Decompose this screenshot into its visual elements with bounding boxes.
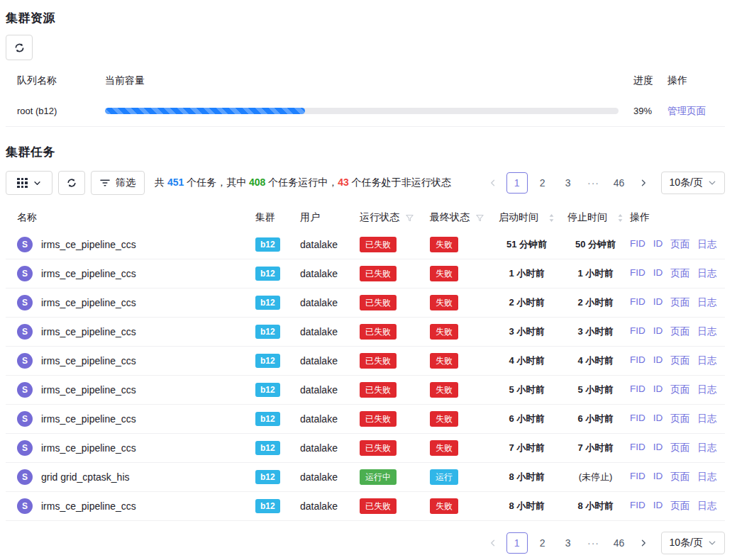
- table-row[interactable]: S irms_ce_pipeline_ccs b12 datalake 已失败 …: [6, 347, 725, 376]
- layout-dropdown-button[interactable]: [6, 171, 52, 195]
- page-button-46[interactable]: 46: [609, 172, 630, 194]
- filter-funnel-icon[interactable]: [475, 213, 484, 223]
- action-link-log[interactable]: 日志: [697, 413, 716, 425]
- final-status-badge: 失败: [430, 353, 458, 368]
- table-row[interactable]: S irms_ce_pipeline_ccs b12 datalake 已失败 …: [6, 492, 725, 521]
- page-button-2[interactable]: 2: [532, 172, 553, 194]
- action-link-log[interactable]: 日志: [697, 325, 716, 338]
- filter-button[interactable]: 筛选: [91, 171, 145, 195]
- page-size-select[interactable]: 10条/页: [661, 172, 725, 194]
- action-link-id[interactable]: ID: [653, 267, 663, 280]
- action-link-id[interactable]: ID: [653, 325, 663, 338]
- page-size-select[interactable]: 10条/页: [661, 532, 725, 554]
- summary-text: 个任务运行中，: [265, 177, 338, 188]
- page-ellipsis[interactable]: ···: [583, 532, 604, 554]
- action-link-page[interactable]: 页面: [670, 238, 689, 251]
- table-row[interactable]: S irms_ce_pipeline_ccs b12 datalake 已失败 …: [6, 289, 725, 318]
- page-button-1[interactable]: 1: [506, 532, 528, 554]
- action-link-id[interactable]: ID: [653, 238, 663, 251]
- next-page-button[interactable]: [634, 532, 653, 554]
- start-time: 8 小时前: [492, 500, 561, 513]
- final-status-badge: 失败: [430, 324, 458, 339]
- table-row[interactable]: S irms_ce_pipeline_ccs b12 datalake 已失败 …: [6, 434, 725, 463]
- action-link-page[interactable]: 页面: [670, 267, 689, 280]
- action-link-id[interactable]: ID: [653, 383, 663, 396]
- cluster-tag: b12: [255, 470, 280, 483]
- action-link-page[interactable]: 页面: [670, 442, 689, 454]
- table-row[interactable]: S irms_ce_pipeline_ccs b12 datalake 已失败 …: [6, 376, 725, 405]
- manage-page-link[interactable]: 管理页面: [667, 106, 706, 116]
- action-link-log[interactable]: 日志: [697, 442, 716, 454]
- action-link-log[interactable]: 日志: [697, 383, 716, 396]
- action-link-log[interactable]: 日志: [697, 296, 716, 309]
- page-button-3[interactable]: 3: [558, 172, 579, 194]
- task-name: irms_ce_pipeline_ccs: [41, 500, 136, 512]
- action-link-log[interactable]: 日志: [697, 267, 716, 280]
- action-link-page[interactable]: 页面: [670, 325, 689, 338]
- sort-carets-icon[interactable]: [548, 213, 555, 223]
- action-link-fid[interactable]: FID: [630, 383, 645, 396]
- resources-refresh-button[interactable]: [6, 35, 33, 60]
- table-row[interactable]: S irms_ce_pipeline_ccs b12 datalake 已失败 …: [6, 405, 725, 434]
- col-user: 用户: [300, 211, 360, 224]
- action-link-fid[interactable]: FID: [630, 413, 645, 425]
- action-link-fid[interactable]: FID: [630, 238, 645, 251]
- action-link-page[interactable]: 页面: [670, 471, 689, 483]
- action-link-id[interactable]: ID: [653, 471, 663, 483]
- action-link-fid[interactable]: FID: [630, 500, 645, 513]
- stop-time: 8 小时前: [561, 500, 630, 513]
- next-page-button[interactable]: [634, 172, 653, 194]
- page-button-46[interactable]: 46: [609, 532, 630, 554]
- col-start-time: 启动时间: [492, 211, 561, 224]
- user-name: datalake: [300, 355, 360, 366]
- table-row[interactable]: S irms_ce_pipeline_ccs b12 datalake 已失败 …: [6, 259, 725, 289]
- action-link-fid[interactable]: FID: [630, 354, 645, 367]
- action-link-fid[interactable]: FID: [630, 267, 645, 280]
- col-stop-time-label: 停止时间: [567, 211, 607, 224]
- action-link-log[interactable]: 日志: [697, 471, 716, 483]
- page-ellipsis[interactable]: ···: [583, 172, 604, 194]
- page-button-2[interactable]: 2: [532, 532, 553, 554]
- tasks-refresh-button[interactable]: [58, 171, 85, 195]
- page-button-3[interactable]: 3: [558, 532, 579, 554]
- table-row[interactable]: S irms_ce_pipeline_ccs b12 datalake 已失败 …: [6, 318, 725, 347]
- start-time: 6 小时前: [492, 413, 561, 425]
- action-link-log[interactable]: 日志: [697, 238, 716, 251]
- user-name: datalake: [300, 384, 360, 396]
- action-link-page[interactable]: 页面: [670, 383, 689, 396]
- action-link-id[interactable]: ID: [653, 413, 663, 425]
- action-link-page[interactable]: 页面: [670, 413, 689, 425]
- start-time: 3 小时前: [492, 325, 561, 338]
- action-link-id[interactable]: ID: [653, 354, 663, 367]
- table-row[interactable]: S irms_ce_pipeline_ccs b12 datalake 已失败 …: [6, 230, 725, 259]
- action-link-page[interactable]: 页面: [670, 354, 689, 367]
- action-link-id[interactable]: ID: [653, 296, 663, 309]
- avatar: S: [17, 411, 33, 427]
- stop-time: 6 小时前: [561, 413, 630, 425]
- col-final-status-label: 最终状态: [430, 211, 470, 224]
- task-name: irms_ce_pipeline_ccs: [41, 326, 136, 337]
- task-name: irms_ce_pipeline_ccs: [41, 442, 136, 454]
- col-run-status: 运行状态: [360, 211, 430, 224]
- action-link-page[interactable]: 页面: [670, 500, 689, 513]
- sort-carets-icon[interactable]: [617, 213, 624, 223]
- prev-page-button[interactable]: [484, 172, 502, 194]
- action-link-fid[interactable]: FID: [630, 442, 645, 454]
- action-link-fid[interactable]: FID: [630, 296, 645, 309]
- action-link-log[interactable]: 日志: [697, 500, 716, 513]
- chevron-down-icon: [33, 179, 41, 187]
- action-link-fid[interactable]: FID: [630, 325, 645, 338]
- task-table-body: S irms_ce_pipeline_ccs b12 datalake 已失败 …: [6, 230, 725, 521]
- action-link-id[interactable]: ID: [653, 500, 663, 513]
- summary-count-red: 43: [338, 177, 349, 188]
- page-button-1[interactable]: 1: [506, 172, 528, 194]
- action-link-log[interactable]: 日志: [697, 354, 716, 367]
- stop-time: 50 分钟前: [561, 238, 630, 251]
- action-link-page[interactable]: 页面: [670, 296, 689, 309]
- prev-page-button[interactable]: [484, 532, 502, 554]
- table-row[interactable]: S grid grid_cptask_his b12 datalake 运行中 …: [6, 463, 725, 492]
- page-size-label: 10条/页: [670, 537, 703, 549]
- action-link-id[interactable]: ID: [653, 442, 663, 454]
- action-link-fid[interactable]: FID: [630, 471, 645, 483]
- filter-funnel-icon[interactable]: [405, 213, 414, 223]
